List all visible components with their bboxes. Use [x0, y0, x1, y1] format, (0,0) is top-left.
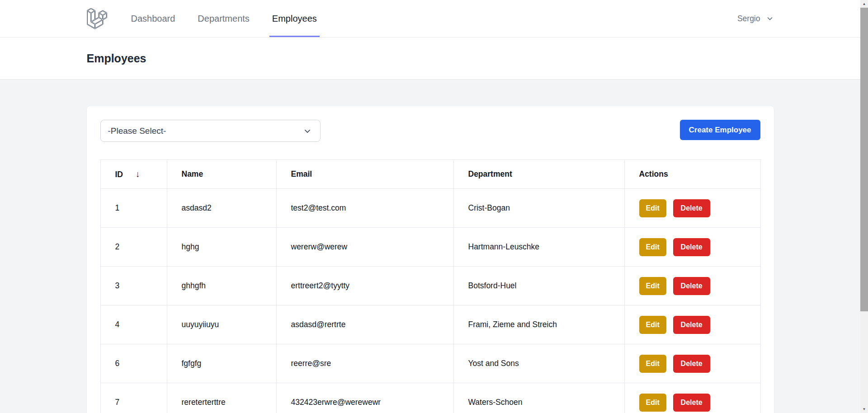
vertical-scrollbar[interactable]: ▲ ▼: [860, 0, 868, 413]
cell-email: asdasd@rertrte: [276, 305, 453, 344]
employees-table: ID↓ Name Email Department Actions 1 asda…: [100, 160, 761, 413]
scroll-down-button[interactable]: ▼: [860, 405, 868, 413]
department-filter-value: -Please Select-: [108, 126, 166, 136]
table-row: 3 ghhgfh erttreert2@tyytty Botsford-Huel…: [100, 267, 760, 305]
delete-button[interactable]: Delete: [673, 355, 710, 373]
cell-name: asdasd2: [167, 189, 276, 228]
column-header-department[interactable]: Department: [453, 160, 624, 189]
toolbar: -Please Select- Create Employee: [100, 120, 760, 142]
cell-department: Crist-Bogan: [453, 189, 624, 228]
cell-actions: Edit Delete: [624, 305, 760, 344]
table-row: 7 rereterterttre 432423erwre@werewewr Wa…: [100, 383, 760, 413]
department-filter-select[interactable]: -Please Select-: [100, 120, 321, 142]
app-page: Dashboard Departments Employees Sergio E…: [0, 0, 860, 413]
cell-email: wererw@werew: [276, 228, 453, 267]
employees-card: -Please Select- Create Employee: [87, 106, 774, 413]
column-header-name[interactable]: Name: [167, 160, 276, 189]
cell-id: 4: [100, 305, 167, 344]
cell-department: Hartmann-Leuschke: [453, 228, 624, 267]
user-menu-button[interactable]: Sergio: [737, 14, 774, 23]
chevron-down-icon: [766, 14, 774, 23]
cell-email: erttreert2@tyytty: [276, 267, 453, 305]
cell-email: 432423erwre@werewewr: [276, 383, 453, 413]
edit-button[interactable]: Edit: [639, 238, 666, 256]
scroll-thumb[interactable]: [860, 8, 868, 311]
cell-name: fgfgfg: [167, 344, 276, 383]
delete-button[interactable]: Delete: [673, 238, 710, 256]
laravel-logo-icon: [87, 8, 107, 29]
cell-email: test2@test.com: [276, 189, 453, 228]
cell-actions: Edit Delete: [624, 344, 760, 383]
page-header: Employees: [0, 38, 860, 79]
cell-actions: Edit Delete: [624, 228, 760, 267]
table-row: 4 uuyuyiiuyu asdasd@rertrte Frami, Zieme…: [100, 305, 760, 344]
edit-button[interactable]: Edit: [639, 277, 666, 295]
column-header-actions: Actions: [624, 160, 760, 189]
cell-id: 6: [100, 344, 167, 383]
create-employee-button[interactable]: Create Employee: [680, 120, 760, 140]
delete-button[interactable]: Delete: [673, 394, 710, 412]
nav-links: Dashboard Departments Employees: [128, 0, 320, 37]
cell-id: 1: [100, 189, 167, 228]
nav-item-dashboard[interactable]: Dashboard: [128, 0, 178, 37]
table-header-row: ID↓ Name Email Department Actions: [100, 160, 760, 189]
cell-actions: Edit Delete: [624, 383, 760, 413]
delete-button[interactable]: Delete: [673, 316, 710, 334]
column-header-id[interactable]: ID↓: [100, 160, 167, 189]
scroll-up-button[interactable]: ▲: [860, 0, 868, 8]
laravel-logo[interactable]: [87, 8, 107, 29]
top-nav: Dashboard Departments Employees Sergio: [0, 0, 860, 38]
cell-department: Frami, Zieme and Streich: [453, 305, 624, 344]
cell-id: 7: [100, 383, 167, 413]
cell-id: 3: [100, 267, 167, 305]
edit-button[interactable]: Edit: [639, 199, 666, 217]
cell-name: uuyuyiiuyu: [167, 305, 276, 344]
column-header-email[interactable]: Email: [276, 160, 453, 189]
cell-department: Yost and Sons: [453, 344, 624, 383]
edit-button[interactable]: Edit: [639, 394, 666, 412]
cell-name: ghhgfh: [167, 267, 276, 305]
cell-actions: Edit Delete: [624, 189, 760, 228]
delete-button[interactable]: Delete: [673, 199, 710, 217]
user-name: Sergio: [737, 14, 760, 23]
sort-descending-icon: ↓: [136, 169, 140, 179]
cell-department: Waters-Schoen: [453, 383, 624, 413]
edit-button[interactable]: Edit: [639, 355, 666, 373]
cell-department: Botsford-Huel: [453, 267, 624, 305]
cell-name: rereterterttre: [167, 383, 276, 413]
delete-button[interactable]: Delete: [673, 277, 710, 295]
cell-email: reerre@sre: [276, 344, 453, 383]
cell-name: hghg: [167, 228, 276, 267]
table-row: 1 asdasd2 test2@test.com Crist-Bogan Edi…: [100, 189, 760, 228]
table-body: 1 asdasd2 test2@test.com Crist-Bogan Edi…: [100, 189, 760, 413]
edit-button[interactable]: Edit: [639, 316, 666, 334]
table-row: 2 hghg wererw@werew Hartmann-Leuschke Ed…: [100, 228, 760, 267]
main-content: -Please Select- Create Employee: [0, 79, 860, 413]
nav-item-departments[interactable]: Departments: [195, 0, 252, 37]
chevron-down-icon: [303, 127, 312, 136]
cell-id: 2: [100, 228, 167, 267]
nav-item-employees[interactable]: Employees: [269, 0, 320, 37]
table-row: 6 fgfgfg reerre@sre Yost and Sons Edit D…: [100, 344, 760, 383]
cell-actions: Edit Delete: [624, 267, 760, 305]
page-title: Employees: [87, 52, 774, 65]
